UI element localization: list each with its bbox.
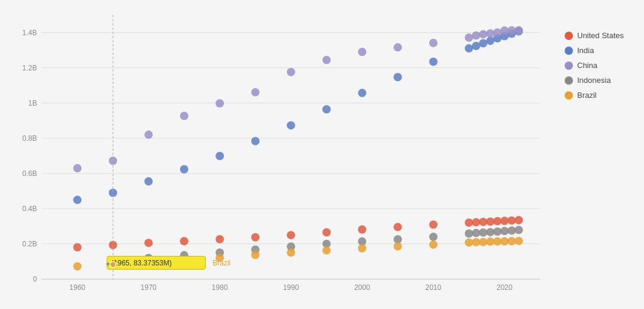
svg-point-36	[465, 218, 473, 227]
svg-text:Brazil: Brazil	[212, 259, 230, 267]
svg-point-113	[479, 238, 488, 246]
svg-point-106	[287, 248, 295, 257]
svg-text:Indonesia: Indonesia	[577, 76, 611, 85]
svg-point-34	[393, 223, 402, 231]
svg-point-117	[507, 237, 516, 245]
svg-point-80	[507, 26, 516, 35]
svg-point-68	[251, 88, 260, 97]
svg-text:China: China	[577, 61, 598, 70]
svg-point-98	[507, 226, 516, 234]
svg-point-108	[358, 244, 366, 252]
svg-text:2000: 2000	[354, 283, 370, 292]
svg-point-81	[514, 26, 523, 35]
svg-point-119	[565, 32, 573, 40]
svg-point-30	[251, 233, 260, 242]
svg-point-66	[180, 112, 189, 120]
svg-point-93	[472, 229, 480, 237]
svg-point-70	[322, 56, 331, 64]
svg-point-42	[507, 217, 516, 225]
svg-text:1980: 1980	[212, 283, 228, 292]
svg-text:0.2B: 0.2B	[22, 240, 37, 248]
svg-point-107	[322, 246, 331, 255]
svg-point-109	[393, 242, 402, 251]
svg-point-50	[287, 121, 295, 129]
svg-point-56	[472, 42, 480, 50]
svg-point-76	[479, 30, 488, 38]
svg-point-29	[215, 235, 224, 243]
svg-point-74	[465, 33, 473, 42]
svg-point-65	[144, 131, 153, 139]
svg-point-25	[73, 243, 82, 252]
svg-point-49	[251, 137, 260, 145]
svg-text:(1965, 83.37353M): (1965, 83.37353M)	[111, 259, 171, 267]
svg-text:+: +	[106, 259, 110, 268]
svg-point-39	[486, 217, 495, 225]
svg-point-79	[500, 26, 509, 35]
svg-point-95	[486, 228, 495, 236]
svg-text:0.4B: 0.4B	[22, 205, 37, 213]
svg-text:1960: 1960	[69, 283, 85, 292]
svg-point-125	[565, 76, 573, 85]
svg-point-33	[358, 225, 366, 234]
svg-text:1990: 1990	[283, 283, 299, 292]
svg-text:1B: 1B	[28, 99, 37, 107]
svg-point-110	[429, 240, 437, 249]
svg-point-71	[358, 48, 366, 56]
svg-point-69	[287, 68, 295, 76]
svg-point-111	[465, 239, 473, 247]
svg-point-48	[215, 152, 224, 160]
svg-text:India: India	[577, 46, 594, 55]
svg-text:2010: 2010	[426, 283, 442, 292]
svg-point-51	[322, 105, 331, 113]
svg-text:0.6B: 0.6B	[22, 169, 37, 178]
svg-point-77	[486, 29, 495, 38]
svg-point-133	[110, 261, 116, 267]
svg-text:1970: 1970	[141, 283, 157, 292]
svg-point-127	[565, 91, 573, 100]
svg-point-38	[479, 218, 488, 226]
svg-text:0.8B: 0.8B	[22, 134, 37, 143]
svg-point-115	[493, 237, 501, 246]
svg-point-118	[514, 237, 523, 245]
svg-point-37	[472, 218, 480, 227]
svg-point-97	[500, 227, 509, 235]
svg-point-47	[180, 165, 189, 174]
svg-point-32	[322, 228, 331, 236]
svg-point-67	[215, 99, 224, 107]
svg-point-63	[73, 164, 82, 172]
svg-text:United States: United States	[577, 31, 624, 40]
svg-point-43	[514, 216, 523, 224]
svg-point-91	[429, 233, 437, 241]
svg-point-99	[514, 226, 523, 234]
svg-point-40	[493, 217, 501, 225]
svg-point-54	[429, 58, 437, 66]
svg-point-105	[251, 251, 260, 259]
svg-point-75	[472, 32, 480, 40]
svg-text:0: 0	[33, 275, 37, 283]
svg-point-123	[565, 61, 573, 70]
svg-point-114	[486, 237, 495, 246]
svg-rect-0	[0, 0, 644, 309]
svg-text:1.4B: 1.4B	[22, 29, 37, 37]
svg-point-55	[465, 44, 473, 52]
svg-point-112	[472, 238, 480, 246]
svg-point-28	[180, 237, 189, 245]
svg-point-52	[358, 89, 366, 97]
svg-point-92	[465, 230, 473, 238]
svg-point-58	[486, 36, 495, 45]
svg-point-35	[429, 220, 437, 228]
svg-point-72	[393, 43, 402, 51]
svg-text:1.2B: 1.2B	[22, 64, 37, 72]
svg-text:2020: 2020	[497, 283, 513, 292]
svg-point-73	[429, 39, 437, 47]
svg-point-57	[479, 39, 488, 48]
svg-point-53	[393, 73, 402, 81]
svg-point-94	[479, 228, 488, 237]
scatter-chart[interactable]: 00.2B0.4B0.6B0.8B1B1.2B1.4B1960197019801…	[0, 0, 644, 309]
svg-point-121	[565, 47, 573, 55]
chart-container: 00.2B0.4B0.6B0.8B1B1.2B1.4B1960197019801…	[0, 0, 644, 309]
svg-point-116	[500, 237, 509, 246]
svg-point-78	[493, 29, 501, 37]
svg-point-31	[287, 231, 295, 239]
svg-point-41	[500, 217, 509, 225]
